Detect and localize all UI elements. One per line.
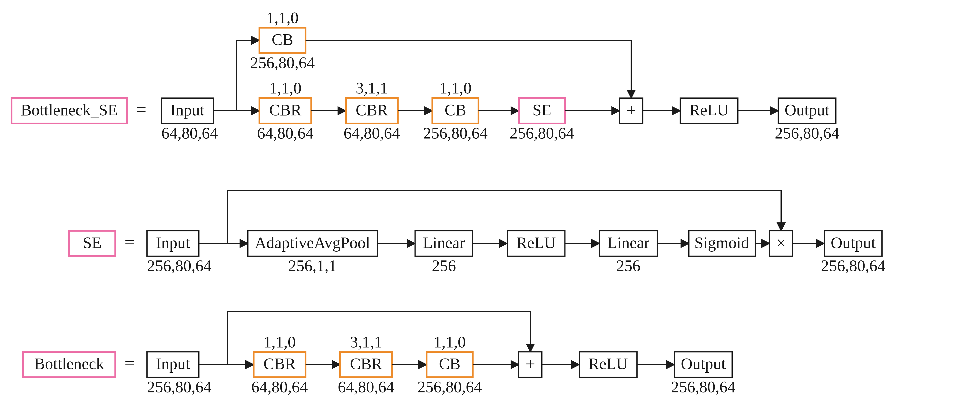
sigmoid-label: Sigmoid <box>694 234 749 252</box>
cbr1-label: CBR <box>269 101 301 119</box>
mul-op: × <box>776 233 786 253</box>
pool-label: AdaptiveAvgPool <box>255 234 370 252</box>
cbr1-label: CBR <box>263 355 296 372</box>
relu-label: ReLU <box>589 355 628 372</box>
linear1-shape: 256 <box>432 257 456 275</box>
cbr1-shape: 64,80,64 <box>251 378 308 396</box>
output-label: Output <box>831 234 876 252</box>
relu-label: ReLU <box>517 234 556 252</box>
add-op: + <box>627 101 636 120</box>
diagram-canvas: Bottleneck_SE = Input 64,80,64 CB 1,1,0 … <box>0 0 980 404</box>
se-shape: 256,80,64 <box>510 124 574 142</box>
cbr1-params: 1,1,0 <box>269 79 302 97</box>
cbr2-shape: 64,80,64 <box>344 124 400 142</box>
relu-label: ReLU <box>689 101 729 119</box>
output-shape: 256,80,64 <box>671 378 736 396</box>
equals-sign: = <box>124 353 135 373</box>
input-label: Input <box>156 355 190 372</box>
linear2-label: Linear <box>607 234 649 252</box>
cb-params: 1,1,0 <box>439 79 472 97</box>
output-label: Output <box>784 101 829 119</box>
se-label: SE <box>533 101 551 119</box>
cbr2-shape: 64,80,64 <box>338 378 395 396</box>
row-bottleneck-se: Bottleneck_SE = Input 64,80,64 CB 1,1,0 … <box>11 9 839 142</box>
cbr2-label: CBR <box>350 355 382 372</box>
cb-shape: 256,80,64 <box>423 124 488 142</box>
input-shape: 256,80,64 <box>147 378 212 396</box>
input-label: Input <box>156 234 190 252</box>
row-se: SE = Input 256,80,64 AdaptiveAvgPool 256… <box>69 190 886 275</box>
cb-params: 1,1,0 <box>434 333 466 351</box>
cb-label: CB <box>445 101 466 119</box>
cbr1-params: 1,1,0 <box>263 333 296 351</box>
output-shape: 256,80,64 <box>775 124 839 142</box>
output-shape: 256,80,64 <box>821 257 885 275</box>
pool-shape: 256,1,1 <box>288 257 337 275</box>
add-op: + <box>525 354 535 374</box>
cb-label: CB <box>439 355 460 372</box>
cbr2-params: 3,1,1 <box>350 333 382 351</box>
title-label: SE <box>83 234 102 252</box>
equals-sign: = <box>136 99 146 119</box>
cb-shape: 256,80,64 <box>417 378 482 396</box>
row-bottleneck: Bottleneck = Input 256,80,64 CBR 1,1,0 6… <box>23 312 736 396</box>
shortcut-cb-shape: 256,80,64 <box>250 54 315 72</box>
cbr2-label: CBR <box>356 101 388 119</box>
shortcut-cb-params: 1,1,0 <box>266 9 299 27</box>
title-label: Bottleneck <box>34 355 105 372</box>
linear1-label: Linear <box>423 234 465 252</box>
shortcut-cb-label: CB <box>272 30 293 48</box>
equals-sign: = <box>124 232 135 252</box>
output-label: Output <box>681 355 726 372</box>
input-shape: 256,80,64 <box>147 257 212 275</box>
input-label: Input <box>170 101 204 119</box>
linear2-shape: 256 <box>616 257 641 275</box>
title-label: Bottleneck_SE <box>21 101 118 119</box>
cbr1-shape: 64,80,64 <box>257 124 313 142</box>
cbr2-params: 3,1,1 <box>356 79 388 97</box>
input-shape: 64,80,64 <box>162 124 218 142</box>
